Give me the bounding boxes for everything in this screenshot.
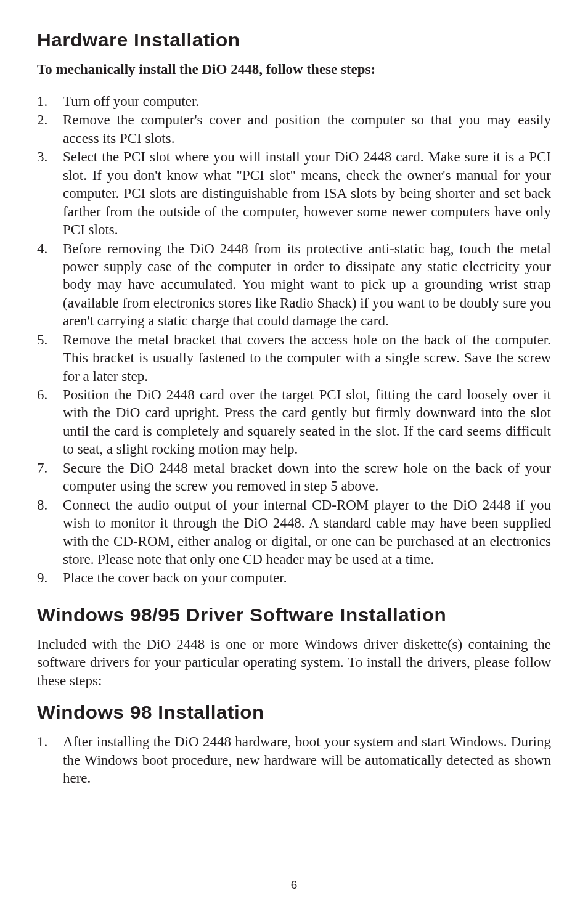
list-number: 3. [37,148,63,238]
list-item: 9.Place the cover back on your computer. [37,569,551,587]
driver-installation-heading: Windows 98/95 Driver Software Installati… [37,605,577,626]
hardware-steps-list: 1.Turn off your computer. 2.Remove the c… [37,92,551,587]
list-item: 7.Secure the DiO 2448 metal bracket down… [37,459,551,495]
list-number: 8. [37,496,63,569]
list-item: 8.Connect the audio output of your inter… [37,496,551,569]
list-text: Turn off your computer. [63,92,551,110]
windows98-installation-heading: Windows 98 Installation [37,702,577,723]
page-number: 6 [0,878,588,892]
hardware-subtitle: To mechanically install the DiO 2448, fo… [37,62,551,78]
list-number: 2. [37,111,63,147]
list-text: Remove the computer's cover and position… [63,111,551,147]
list-number: 4. [37,240,63,330]
list-item: 1.Turn off your computer. [37,92,551,110]
list-number: 1. [37,92,63,110]
driver-intro-paragraph: Included with the DiO 2448 is one or mor… [37,635,551,690]
list-item: 6.Position the DiO 2448 card over the ta… [37,386,551,459]
list-text: Secure the DiO 2448 metal bracket down i… [63,459,551,495]
list-item: 4.Before removing the DiO 2448 from its … [37,240,551,330]
list-item: 3.Select the PCI slot where you will ins… [37,148,551,238]
list-number: 9. [37,569,63,587]
list-text: Before removing the DiO 2448 from its pr… [63,240,551,330]
list-item: 1.After installing the DiO 2448 hardware… [37,733,551,787]
list-item: 5.Remove the metal bracket that covers t… [37,331,551,385]
win98-steps-list: 1.After installing the DiO 2448 hardware… [37,733,551,787]
list-text: Position the DiO 2448 card over the targ… [63,386,551,459]
list-text: Remove the metal bracket that covers the… [63,331,551,385]
list-text: Connect the audio output of your interna… [63,496,551,569]
list-number: 7. [37,459,63,495]
list-text: After installing the DiO 2448 hardware, … [63,733,551,787]
list-number: 5. [37,331,63,385]
list-number: 1. [37,733,63,787]
list-text: Place the cover back on your computer. [63,569,551,587]
list-item: 2.Remove the computer's cover and positi… [37,111,551,147]
hardware-installation-heading: Hardware Installation [37,30,577,51]
list-number: 6. [37,386,63,459]
list-text: Select the PCI slot where you will insta… [63,148,551,238]
